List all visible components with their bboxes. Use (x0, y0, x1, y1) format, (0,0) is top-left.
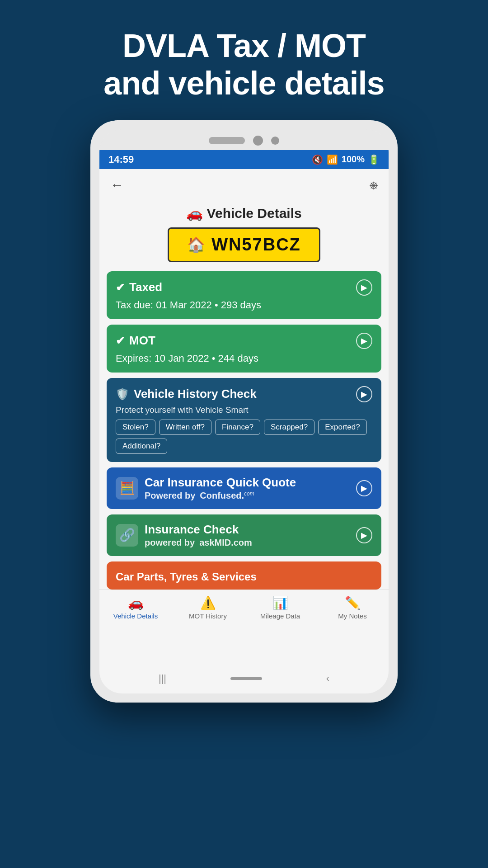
nav-vehicle-label: Vehicle Details (113, 612, 158, 620)
gesture-back[interactable]: ||| (159, 673, 166, 684)
tag-exported[interactable]: Exported? (318, 420, 367, 435)
status-bar: 14:59 🔇 📶 100% 🔋 (99, 150, 389, 169)
gesture-home[interactable] (230, 677, 262, 680)
nav-item-mileage[interactable]: 📊 Mileage Data (249, 595, 312, 620)
insurance-quote-row: 🧮 Car Insurance Quick Quote Powered by C… (116, 476, 372, 501)
history-title: Vehicle History Check (134, 387, 257, 401)
parts-title: Car Parts, Tyres & Services (116, 571, 257, 583)
history-card-header: 🛡️ Vehicle History Check ▶ (116, 386, 372, 402)
insurance-check-text: Insurance Check powered by askMID.com (145, 523, 252, 548)
app-content: ← ⎈ 🚗 Vehicle Details 🏠 WN57BCZ ✔ (99, 169, 389, 666)
status-time: 14:59 (108, 154, 134, 165)
cards-container: ✔ Taxed ▶ Tax due: 01 Mar 2022 • 293 day… (99, 271, 389, 590)
nav-mot-icon: ⚠️ (200, 595, 216, 610)
share-button[interactable]: ⎈ (370, 177, 378, 193)
nav-vehicle-icon: 🚗 (128, 595, 144, 610)
gesture-forward[interactable]: ‹ (326, 673, 329, 684)
nav-notes-label: My Notes (338, 612, 366, 620)
tag-finance[interactable]: Finance? (215, 420, 260, 435)
history-tags: Stolen? Written off? Finance? Scrapped? … (116, 420, 372, 454)
tag-stolen[interactable]: Stolen? (116, 420, 155, 435)
insurance-check-arrow[interactable]: ▶ (356, 527, 372, 543)
insurance-check-row: 🔗 Insurance Check powered by askMID.com … (116, 523, 372, 548)
plate-number: WN57BCZ (211, 235, 301, 255)
nav-mileage-icon: 📊 (272, 595, 288, 610)
history-title-row: 🛡️ Vehicle History Check (116, 387, 257, 401)
battery-icon: 🔋 (368, 154, 380, 165)
nav-notes-icon: ✏️ (345, 595, 361, 610)
insurance-quote-arrow[interactable]: ▶ (356, 480, 372, 496)
insurance-quote-powered: Powered by Confused.com (145, 491, 296, 501)
insurance-quote-card[interactable]: 🧮 Car Insurance Quick Quote Powered by C… (107, 467, 381, 509)
nav-item-vehicle-details[interactable]: 🚗 Vehicle Details (104, 595, 167, 620)
speaker (209, 137, 245, 144)
nav-mileage-label: Mileage Data (260, 612, 300, 620)
status-icons: 🔇 📶 100% 🔋 (312, 154, 380, 165)
page-header: DVLA Tax / MOT and vehicle details (67, 0, 420, 120)
plate-icon: 🏠 (187, 236, 206, 253)
check-icon-mot: ✔ (116, 335, 125, 347)
insurance-check-title: Insurance Check (145, 523, 252, 537)
phone-frame: 14:59 🔇 📶 100% 🔋 ← ⎈ 🚗 Vehicle Details 🏠 (90, 120, 398, 703)
license-plate: 🏠 WN57BCZ (168, 227, 320, 262)
mot-card[interactable]: ✔ MOT ▶ Expires: 10 Jan 2022 • 244 days (107, 325, 381, 373)
check-icon-taxed: ✔ (116, 281, 125, 294)
camera-secondary (271, 137, 279, 145)
history-check-card[interactable]: 🛡️ Vehicle History Check ▶ Protect yours… (107, 378, 381, 462)
shield-icon: 🛡️ (116, 388, 129, 401)
link-icon: 🔗 (116, 524, 138, 547)
taxed-card[interactable]: ✔ Taxed ▶ Tax due: 01 Mar 2022 • 293 day… (107, 271, 381, 319)
insurance-check-powered: powered by askMID.com (145, 538, 252, 548)
insurance-quote-left: 🧮 Car Insurance Quick Quote Powered by C… (116, 476, 296, 501)
wifi-icon: 📶 (327, 154, 338, 165)
tag-scrapped[interactable]: Scrapped? (264, 420, 314, 435)
mot-arrow[interactable]: ▶ (356, 333, 372, 349)
bottom-navigation: 🚗 Vehicle Details ⚠️ MOT History 📊 Milea… (99, 590, 389, 623)
history-subtitle: Protect yourself with Vehicle Smart (116, 405, 372, 415)
mot-label: MOT (129, 334, 155, 348)
mot-detail: Expires: 10 Jan 2022 • 244 days (116, 353, 372, 364)
taxed-detail: Tax due: 01 Mar 2022 • 293 days (116, 299, 372, 311)
history-arrow[interactable]: ▶ (356, 386, 372, 402)
tag-written-off[interactable]: Written off? (159, 420, 211, 435)
page-title: 🚗 Vehicle Details (99, 201, 389, 227)
camera-main (253, 136, 263, 146)
taxed-title-row: ✔ Taxed (116, 280, 162, 294)
back-button[interactable]: ← (110, 177, 124, 193)
insurance-quote-text: Car Insurance Quick Quote Powered by Con… (145, 476, 296, 501)
mute-icon: 🔇 (312, 154, 323, 165)
phone-top-bar (99, 129, 389, 150)
nav-item-notes[interactable]: ✏️ My Notes (321, 595, 384, 620)
header-line2: and vehicle details (103, 65, 384, 102)
parts-card[interactable]: Car Parts, Tyres & Services (107, 561, 381, 590)
nav-item-mot-history[interactable]: ⚠️ MOT History (176, 595, 239, 620)
phone-gesture-bar: ||| ‹ (99, 666, 389, 693)
battery-text: 100% (342, 154, 365, 165)
header-line1: DVLA Tax / MOT (103, 27, 384, 65)
insurance-check-card[interactable]: 🔗 Insurance Check powered by askMID.com … (107, 514, 381, 556)
mot-title-row: ✔ MOT (116, 334, 155, 348)
taxed-card-header: ✔ Taxed ▶ (116, 279, 372, 296)
nav-mot-label: MOT History (189, 612, 227, 620)
plate-container: 🏠 WN57BCZ (99, 227, 389, 271)
phone-inner: 14:59 🔇 📶 100% 🔋 ← ⎈ 🚗 Vehicle Details 🏠 (99, 129, 389, 693)
calculator-icon: 🧮 (116, 477, 138, 500)
top-navigation: ← ⎈ (99, 169, 389, 201)
insurance-quote-title: Car Insurance Quick Quote (145, 476, 296, 490)
taxed-label: Taxed (129, 280, 162, 294)
mot-card-header: ✔ MOT ▶ (116, 333, 372, 349)
insurance-check-left: 🔗 Insurance Check powered by askMID.com (116, 523, 252, 548)
taxed-arrow[interactable]: ▶ (356, 279, 372, 296)
tag-additional[interactable]: Additional? (116, 439, 167, 454)
